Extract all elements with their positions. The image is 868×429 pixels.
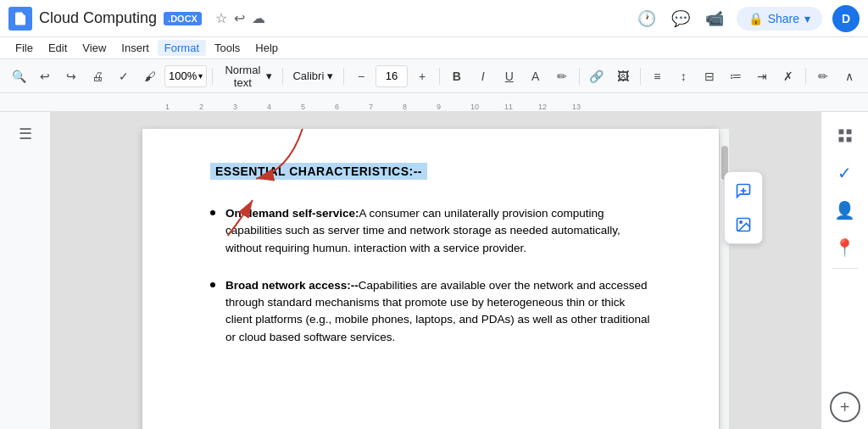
ruler-inner: 1 2 3 4 5 6 7 8 9 10 11 12 13 (165, 93, 703, 111)
columns-btn[interactable]: ⊟ (698, 64, 721, 88)
add-comment-btn[interactable] (728, 176, 759, 206)
print-btn[interactable]: 🖨 (86, 64, 109, 88)
menu-file[interactable]: File (8, 40, 40, 56)
ruler: 1 2 3 4 5 6 7 8 9 10 11 12 13 (0, 93, 868, 112)
section-title-text: ESSENTIAL CHARACTERISTICS:-- (210, 163, 427, 180)
font-size-input[interactable] (380, 70, 403, 82)
font-dropdown[interactable]: Calibri ▾ (287, 64, 338, 88)
menu-insert[interactable]: Insert (114, 40, 156, 56)
style-chevron: ▾ (266, 70, 272, 82)
title-icons: ☆ ↩ ☁ (215, 10, 265, 26)
highlight-btn[interactable]: ✏ (550, 64, 574, 88)
share-label: Share (768, 12, 799, 25)
ruler-mark-9: 9 (437, 103, 441, 111)
ruler-mark-2: 2 (199, 103, 203, 111)
sep2 (282, 68, 283, 85)
doc-title: Cloud Computing (39, 9, 157, 27)
sep1 (212, 68, 213, 85)
expand-btn[interactable]: ∧ (837, 64, 861, 88)
left-sidebar: ☰ (0, 112, 51, 429)
menu-bar: File Edit View Insert Format Tools Help (0, 37, 868, 59)
svg-rect-12 (846, 137, 851, 142)
right-panel: ✓ 👤 📍 + (821, 112, 868, 429)
ruler-mark-8: 8 (403, 103, 407, 111)
bullet-item-1: On-demand self-service:A consumer can un… (210, 205, 651, 257)
avatar[interactable]: D (832, 5, 860, 32)
sep7 (805, 68, 806, 85)
title-bar: Cloud Computing .DOCX ☆ ↩ ☁ 🕐 💬 📹 🔒 Shar… (0, 0, 868, 37)
link-btn[interactable]: 🔗 (585, 64, 609, 88)
bold-btn[interactable]: B (445, 64, 469, 88)
ruler-mark-7: 7 (369, 103, 373, 111)
cloud-icon[interactable]: ☁ (252, 10, 265, 26)
menu-format[interactable]: Format (158, 40, 206, 56)
right-panel-location-icon[interactable]: 📍 (828, 231, 862, 265)
svg-rect-10 (846, 130, 851, 135)
underline-btn[interactable]: U (498, 64, 521, 88)
ruler-mark-6: 6 (335, 103, 339, 111)
bullet-list: On-demand self-service:A consumer can un… (210, 205, 651, 346)
search-btn[interactable]: 🔍 (7, 64, 31, 88)
right-panel-sheets-icon[interactable] (828, 119, 862, 153)
zoom-value: 100% (169, 70, 197, 82)
bullet-dot-2 (210, 282, 215, 287)
menu-edit[interactable]: Edit (42, 40, 74, 56)
more-btn[interactable]: ✏ (811, 64, 835, 88)
bullet-text-2: Broad network access:--Capabilities are … (225, 277, 651, 346)
svg-point-8 (740, 221, 743, 224)
menu-view[interactable]: View (75, 40, 113, 56)
bullet-term-1: On-demand self-service: (225, 207, 359, 220)
star-icon[interactable]: ☆ (215, 10, 227, 26)
menu-help[interactable]: Help (248, 40, 285, 56)
comment-btn[interactable]: 💬 (669, 7, 693, 31)
style-dropdown[interactable]: Normal text ▾ (218, 64, 277, 88)
outline-icon[interactable]: ☰ (10, 119, 41, 149)
video-btn[interactable]: 📹 (703, 7, 726, 31)
list-btn[interactable]: ≔ (724, 64, 748, 88)
zoom-chevron: ▾ (198, 71, 203, 81)
add-image-float-btn[interactable] (728, 209, 759, 240)
bullet-dot-1 (210, 210, 215, 215)
document-page: ESSENTIAL CHARACTERISTICS:-- (142, 129, 719, 429)
font-chevron: ▾ (327, 70, 333, 82)
history-icon[interactable]: ↩ (234, 10, 245, 26)
menu-tools[interactable]: Tools (208, 40, 247, 56)
floating-actions (724, 171, 763, 244)
right-panel-divider (832, 268, 858, 269)
ruler-mark-0: 1 (165, 103, 170, 111)
section-title: ESSENTIAL CHARACTERISTICS:-- (210, 163, 651, 205)
undo-btn[interactable]: ↩ (33, 64, 57, 88)
right-panel-check-icon[interactable]: ✓ (828, 156, 862, 190)
text-color-btn[interactable]: A (524, 64, 548, 88)
svg-rect-11 (838, 137, 843, 142)
font-size-increase[interactable]: + (410, 64, 434, 88)
main-area: ☰ ESSENT (0, 112, 868, 429)
sep3 (343, 68, 344, 85)
zoom-control[interactable]: 100% ▾ (164, 65, 207, 87)
image-btn[interactable]: 🖼 (611, 64, 635, 88)
italic-btn[interactable]: I (471, 64, 495, 88)
app-icon[interactable] (8, 7, 32, 31)
ruler-mark-3: 3 (233, 103, 237, 111)
clear-btn[interactable]: ✗ (776, 64, 800, 88)
bullet-term-2: Broad network access:-- (225, 279, 359, 292)
font-size-decrease[interactable]: − (349, 64, 373, 88)
sep5 (579, 68, 580, 85)
ruler-mark-12: 12 (538, 103, 547, 111)
paint-btn[interactable]: 🖌 (138, 64, 162, 88)
share-button[interactable]: 🔒 Share ▾ (737, 7, 822, 31)
ruler-mark-10: 10 (470, 103, 479, 111)
history-btn[interactable]: 🕐 (635, 7, 659, 31)
doc-badge[interactable]: .DOCX (164, 12, 202, 25)
indent-btn[interactable]: ⇥ (750, 64, 774, 88)
doc-area: ESSENTIAL CHARACTERISTICS:-- (51, 112, 821, 429)
redo-btn[interactable]: ↪ (59, 64, 83, 88)
align-btn[interactable]: ≡ (645, 64, 669, 88)
line-spacing-btn[interactable]: ↕ (671, 64, 695, 88)
right-panel-user-icon[interactable]: 👤 (828, 193, 862, 227)
sep4 (439, 68, 440, 85)
right-panel-add-btn[interactable]: + (830, 392, 860, 422)
font-value: Calibri (292, 70, 324, 82)
spellcheck-btn[interactable]: ✓ (112, 64, 136, 88)
share-chevron: ▾ (804, 12, 810, 25)
